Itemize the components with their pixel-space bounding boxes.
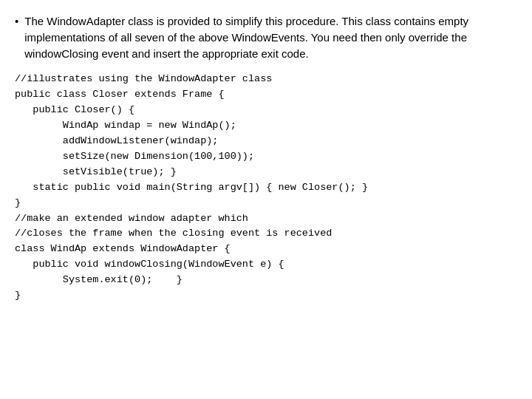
bullet-text: The WindowAdapter class is provided to s… bbox=[24, 13, 517, 61]
bullet-dot: • bbox=[15, 13, 18, 29]
bullet-point: • The WindowAdapter class is provided to… bbox=[15, 13, 517, 61]
code-block: //illustrates using the WindowAdapter cl… bbox=[15, 72, 517, 304]
